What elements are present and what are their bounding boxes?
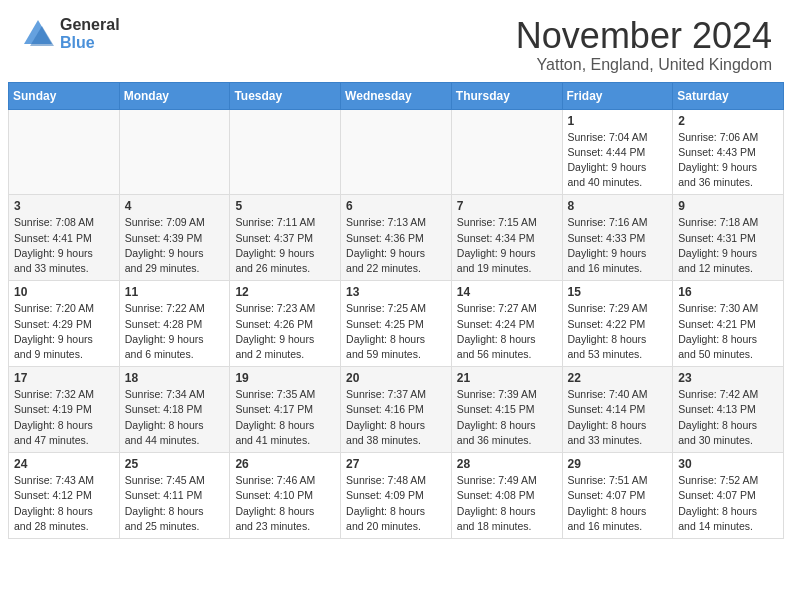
day-info: Sunrise: 7:34 AM Sunset: 4:18 PM Dayligh… bbox=[125, 387, 225, 448]
calendar-week-1: 1Sunrise: 7:04 AM Sunset: 4:44 PM Daylig… bbox=[9, 109, 784, 195]
calendar-cell: 10Sunrise: 7:20 AM Sunset: 4:29 PM Dayli… bbox=[9, 281, 120, 367]
day-info: Sunrise: 7:18 AM Sunset: 4:31 PM Dayligh… bbox=[678, 215, 778, 276]
calendar-cell: 24Sunrise: 7:43 AM Sunset: 4:12 PM Dayli… bbox=[9, 453, 120, 539]
calendar-wrapper: SundayMondayTuesdayWednesdayThursdayFrid… bbox=[0, 82, 792, 547]
day-number: 27 bbox=[346, 457, 446, 471]
day-info: Sunrise: 7:39 AM Sunset: 4:15 PM Dayligh… bbox=[457, 387, 557, 448]
day-info: Sunrise: 7:15 AM Sunset: 4:34 PM Dayligh… bbox=[457, 215, 557, 276]
calendar-cell bbox=[230, 109, 341, 195]
day-number: 6 bbox=[346, 199, 446, 213]
day-info: Sunrise: 7:51 AM Sunset: 4:07 PM Dayligh… bbox=[568, 473, 668, 534]
day-number: 5 bbox=[235, 199, 335, 213]
day-number: 3 bbox=[14, 199, 114, 213]
logo-text: General Blue bbox=[60, 16, 120, 51]
weekday-header-friday: Friday bbox=[562, 82, 673, 109]
day-number: 8 bbox=[568, 199, 668, 213]
calendar-cell: 2Sunrise: 7:06 AM Sunset: 4:43 PM Daylig… bbox=[673, 109, 784, 195]
calendar-cell: 27Sunrise: 7:48 AM Sunset: 4:09 PM Dayli… bbox=[341, 453, 452, 539]
day-info: Sunrise: 7:08 AM Sunset: 4:41 PM Dayligh… bbox=[14, 215, 114, 276]
calendar-cell: 23Sunrise: 7:42 AM Sunset: 4:13 PM Dayli… bbox=[673, 367, 784, 453]
day-number: 23 bbox=[678, 371, 778, 385]
day-number: 14 bbox=[457, 285, 557, 299]
calendar-cell: 19Sunrise: 7:35 AM Sunset: 4:17 PM Dayli… bbox=[230, 367, 341, 453]
day-number: 7 bbox=[457, 199, 557, 213]
calendar-cell: 22Sunrise: 7:40 AM Sunset: 4:14 PM Dayli… bbox=[562, 367, 673, 453]
day-info: Sunrise: 7:25 AM Sunset: 4:25 PM Dayligh… bbox=[346, 301, 446, 362]
calendar-cell: 20Sunrise: 7:37 AM Sunset: 4:16 PM Dayli… bbox=[341, 367, 452, 453]
day-info: Sunrise: 7:35 AM Sunset: 4:17 PM Dayligh… bbox=[235, 387, 335, 448]
calendar-cell bbox=[119, 109, 230, 195]
day-info: Sunrise: 7:30 AM Sunset: 4:21 PM Dayligh… bbox=[678, 301, 778, 362]
day-info: Sunrise: 7:11 AM Sunset: 4:37 PM Dayligh… bbox=[235, 215, 335, 276]
day-info: Sunrise: 7:04 AM Sunset: 4:44 PM Dayligh… bbox=[568, 130, 668, 191]
day-info: Sunrise: 7:09 AM Sunset: 4:39 PM Dayligh… bbox=[125, 215, 225, 276]
day-number: 29 bbox=[568, 457, 668, 471]
day-info: Sunrise: 7:23 AM Sunset: 4:26 PM Dayligh… bbox=[235, 301, 335, 362]
calendar-cell: 5Sunrise: 7:11 AM Sunset: 4:37 PM Daylig… bbox=[230, 195, 341, 281]
logo-icon bbox=[20, 16, 56, 52]
calendar-cell: 13Sunrise: 7:25 AM Sunset: 4:25 PM Dayli… bbox=[341, 281, 452, 367]
day-number: 26 bbox=[235, 457, 335, 471]
calendar-cell: 3Sunrise: 7:08 AM Sunset: 4:41 PM Daylig… bbox=[9, 195, 120, 281]
location-title: Yatton, England, United Kingdom bbox=[516, 56, 772, 74]
day-info: Sunrise: 7:40 AM Sunset: 4:14 PM Dayligh… bbox=[568, 387, 668, 448]
calendar-cell: 9Sunrise: 7:18 AM Sunset: 4:31 PM Daylig… bbox=[673, 195, 784, 281]
calendar-cell: 28Sunrise: 7:49 AM Sunset: 4:08 PM Dayli… bbox=[451, 453, 562, 539]
title-block: November 2024 Yatton, England, United Ki… bbox=[516, 16, 772, 74]
day-number: 16 bbox=[678, 285, 778, 299]
calendar-cell: 14Sunrise: 7:27 AM Sunset: 4:24 PM Dayli… bbox=[451, 281, 562, 367]
day-number: 24 bbox=[14, 457, 114, 471]
calendar-cell: 11Sunrise: 7:22 AM Sunset: 4:28 PM Dayli… bbox=[119, 281, 230, 367]
calendar-cell: 30Sunrise: 7:52 AM Sunset: 4:07 PM Dayli… bbox=[673, 453, 784, 539]
day-number: 21 bbox=[457, 371, 557, 385]
day-info: Sunrise: 7:27 AM Sunset: 4:24 PM Dayligh… bbox=[457, 301, 557, 362]
calendar-cell: 29Sunrise: 7:51 AM Sunset: 4:07 PM Dayli… bbox=[562, 453, 673, 539]
weekday-header-wednesday: Wednesday bbox=[341, 82, 452, 109]
day-number: 30 bbox=[678, 457, 778, 471]
day-info: Sunrise: 7:42 AM Sunset: 4:13 PM Dayligh… bbox=[678, 387, 778, 448]
weekday-header-thursday: Thursday bbox=[451, 82, 562, 109]
calendar-cell: 26Sunrise: 7:46 AM Sunset: 4:10 PM Dayli… bbox=[230, 453, 341, 539]
day-info: Sunrise: 7:20 AM Sunset: 4:29 PM Dayligh… bbox=[14, 301, 114, 362]
day-info: Sunrise: 7:29 AM Sunset: 4:22 PM Dayligh… bbox=[568, 301, 668, 362]
day-info: Sunrise: 7:16 AM Sunset: 4:33 PM Dayligh… bbox=[568, 215, 668, 276]
day-number: 25 bbox=[125, 457, 225, 471]
calendar-cell: 15Sunrise: 7:29 AM Sunset: 4:22 PM Dayli… bbox=[562, 281, 673, 367]
calendar: SundayMondayTuesdayWednesdayThursdayFrid… bbox=[8, 82, 784, 539]
day-number: 20 bbox=[346, 371, 446, 385]
day-info: Sunrise: 7:48 AM Sunset: 4:09 PM Dayligh… bbox=[346, 473, 446, 534]
day-number: 13 bbox=[346, 285, 446, 299]
page-header: General Blue November 2024 Yatton, Engla… bbox=[0, 0, 792, 82]
day-number: 17 bbox=[14, 371, 114, 385]
calendar-cell bbox=[451, 109, 562, 195]
calendar-cell: 6Sunrise: 7:13 AM Sunset: 4:36 PM Daylig… bbox=[341, 195, 452, 281]
day-number: 28 bbox=[457, 457, 557, 471]
calendar-week-2: 3Sunrise: 7:08 AM Sunset: 4:41 PM Daylig… bbox=[9, 195, 784, 281]
calendar-header-row: SundayMondayTuesdayWednesdayThursdayFrid… bbox=[9, 82, 784, 109]
day-info: Sunrise: 7:52 AM Sunset: 4:07 PM Dayligh… bbox=[678, 473, 778, 534]
weekday-header-monday: Monday bbox=[119, 82, 230, 109]
day-info: Sunrise: 7:13 AM Sunset: 4:36 PM Dayligh… bbox=[346, 215, 446, 276]
calendar-cell: 16Sunrise: 7:30 AM Sunset: 4:21 PM Dayli… bbox=[673, 281, 784, 367]
day-info: Sunrise: 7:46 AM Sunset: 4:10 PM Dayligh… bbox=[235, 473, 335, 534]
day-number: 11 bbox=[125, 285, 225, 299]
day-number: 2 bbox=[678, 114, 778, 128]
day-number: 4 bbox=[125, 199, 225, 213]
calendar-cell: 12Sunrise: 7:23 AM Sunset: 4:26 PM Dayli… bbox=[230, 281, 341, 367]
calendar-cell: 4Sunrise: 7:09 AM Sunset: 4:39 PM Daylig… bbox=[119, 195, 230, 281]
day-info: Sunrise: 7:06 AM Sunset: 4:43 PM Dayligh… bbox=[678, 130, 778, 191]
logo: General Blue bbox=[20, 16, 120, 52]
calendar-cell: 21Sunrise: 7:39 AM Sunset: 4:15 PM Dayli… bbox=[451, 367, 562, 453]
calendar-cell bbox=[9, 109, 120, 195]
calendar-cell: 18Sunrise: 7:34 AM Sunset: 4:18 PM Dayli… bbox=[119, 367, 230, 453]
day-number: 9 bbox=[678, 199, 778, 213]
calendar-week-3: 10Sunrise: 7:20 AM Sunset: 4:29 PM Dayli… bbox=[9, 281, 784, 367]
logo-general: General bbox=[60, 16, 120, 34]
day-info: Sunrise: 7:49 AM Sunset: 4:08 PM Dayligh… bbox=[457, 473, 557, 534]
calendar-week-5: 24Sunrise: 7:43 AM Sunset: 4:12 PM Dayli… bbox=[9, 453, 784, 539]
calendar-cell: 7Sunrise: 7:15 AM Sunset: 4:34 PM Daylig… bbox=[451, 195, 562, 281]
calendar-cell: 8Sunrise: 7:16 AM Sunset: 4:33 PM Daylig… bbox=[562, 195, 673, 281]
calendar-cell: 25Sunrise: 7:45 AM Sunset: 4:11 PM Dayli… bbox=[119, 453, 230, 539]
weekday-header-sunday: Sunday bbox=[9, 82, 120, 109]
month-title: November 2024 bbox=[516, 16, 772, 56]
